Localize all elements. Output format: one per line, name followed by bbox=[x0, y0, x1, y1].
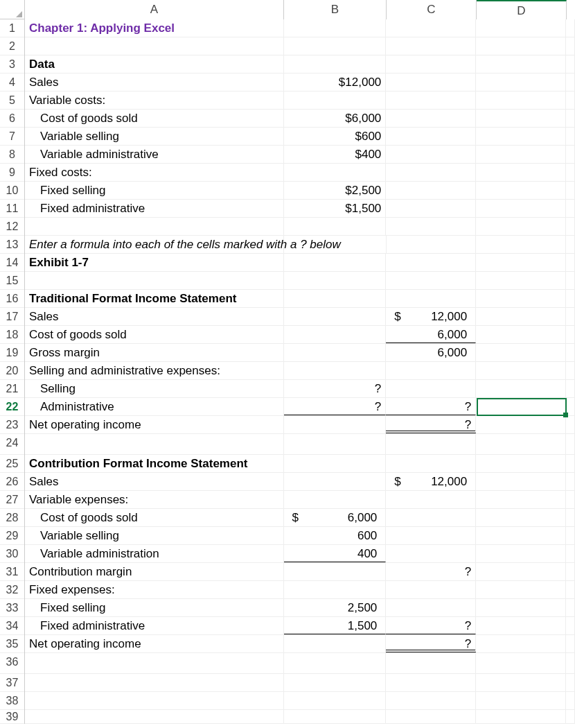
cell-D34[interactable] bbox=[476, 617, 566, 634]
row-header[interactable]: 2 bbox=[0, 37, 24, 55]
cell-E8[interactable] bbox=[566, 146, 575, 163]
cell-A5[interactable]: Variable costs: bbox=[25, 92, 284, 109]
row-header[interactable]: 33 bbox=[0, 599, 24, 617]
cell-D14[interactable] bbox=[476, 254, 566, 271]
row-header[interactable]: 23 bbox=[0, 416, 24, 434]
cell-A19[interactable]: Gross margin bbox=[25, 344, 284, 361]
cell-C32[interactable] bbox=[386, 581, 476, 598]
cell-E14[interactable] bbox=[566, 254, 575, 271]
cell-A17[interactable]: Sales bbox=[25, 308, 284, 325]
cell-E2[interactable] bbox=[566, 37, 575, 55]
row-header[interactable]: 36 bbox=[0, 653, 24, 674]
cell-B22[interactable]: ? bbox=[284, 398, 387, 415]
row-header[interactable]: 37 bbox=[0, 674, 24, 692]
cell-C5[interactable] bbox=[386, 92, 476, 109]
row-header[interactable]: 26 bbox=[0, 473, 24, 491]
cell-E17[interactable] bbox=[566, 308, 575, 325]
cell-B15[interactable] bbox=[284, 272, 387, 289]
cell-C6[interactable] bbox=[386, 110, 476, 127]
cell-A31[interactable]: Contribution margin bbox=[25, 563, 284, 580]
cell-D21[interactable] bbox=[476, 380, 566, 397]
cell-C22[interactable]: ? bbox=[386, 398, 476, 415]
row-header[interactable]: 24 bbox=[0, 434, 24, 455]
row-header[interactable]: 18 bbox=[0, 326, 24, 344]
cell-A23[interactable]: Net operating income bbox=[25, 416, 284, 433]
cell-E11[interactable] bbox=[566, 200, 575, 217]
cell-E12[interactable] bbox=[566, 218, 575, 235]
cell-C30[interactable] bbox=[386, 545, 476, 562]
cell-D15[interactable] bbox=[476, 272, 566, 289]
cell-B8[interactable]: $400 bbox=[284, 146, 387, 163]
cell-B19[interactable] bbox=[284, 344, 387, 361]
cell-C13[interactable] bbox=[387, 236, 477, 253]
row-header[interactable]: 10 bbox=[0, 182, 24, 200]
cell-B3[interactable] bbox=[284, 55, 387, 73]
cell-A8[interactable]: Variable administrative bbox=[25, 146, 284, 163]
cell-C3[interactable] bbox=[386, 55, 476, 73]
cell-B10[interactable]: $2,500 bbox=[284, 182, 387, 199]
cell-A2[interactable] bbox=[25, 37, 284, 55]
row-header[interactable]: 11 bbox=[0, 200, 24, 218]
cell-B16[interactable] bbox=[284, 290, 387, 307]
cell-A33[interactable]: Fixed selling bbox=[25, 599, 284, 616]
cell-D27[interactable] bbox=[476, 491, 566, 508]
cell-C20[interactable] bbox=[386, 362, 476, 379]
row-header[interactable]: 8 bbox=[0, 146, 24, 164]
cell-E13[interactable] bbox=[566, 236, 575, 253]
cell-E7[interactable] bbox=[566, 128, 575, 145]
cell-C15[interactable] bbox=[386, 272, 476, 289]
cell-A30[interactable]: Variable administration bbox=[25, 545, 284, 562]
cell-B17[interactable] bbox=[284, 308, 387, 325]
row-header[interactable]: 27 bbox=[0, 491, 24, 509]
cell-A7[interactable]: Variable selling bbox=[25, 128, 284, 145]
row-header[interactable]: 22 bbox=[0, 398, 24, 416]
cell-E25[interactable] bbox=[566, 455, 575, 472]
cell-B32[interactable] bbox=[284, 581, 387, 598]
cell-E37[interactable] bbox=[566, 674, 575, 691]
row-header[interactable]: 9 bbox=[0, 164, 24, 182]
cell-A22[interactable]: Administrative bbox=[25, 398, 284, 415]
cell-B18[interactable] bbox=[284, 326, 387, 343]
cell-D5[interactable] bbox=[476, 92, 566, 109]
cell-E4[interactable] bbox=[566, 73, 575, 91]
cell-E28[interactable] bbox=[566, 509, 575, 526]
cell-B4[interactable]: $12,000 bbox=[284, 73, 387, 91]
cell-D26[interactable] bbox=[476, 473, 566, 490]
cell-E39[interactable] bbox=[566, 710, 575, 723]
cell-B21[interactable]: ? bbox=[284, 380, 387, 397]
cell-C10[interactable] bbox=[386, 182, 476, 199]
cell-D24[interactable] bbox=[476, 434, 566, 454]
cell-B33[interactable]: 2,500 bbox=[284, 599, 387, 616]
row-header[interactable]: 3 bbox=[0, 55, 24, 73]
cell-B39[interactable] bbox=[284, 710, 387, 723]
cell-A4[interactable]: Sales bbox=[25, 73, 284, 91]
cell-B14[interactable] bbox=[284, 254, 387, 271]
cell-B27[interactable] bbox=[284, 491, 387, 508]
cell-A10[interactable]: Fixed selling bbox=[25, 182, 284, 199]
cell-E32[interactable] bbox=[566, 581, 575, 598]
cell-B23[interactable] bbox=[284, 416, 387, 433]
row-header[interactable]: 15 bbox=[0, 272, 24, 290]
cell-E30[interactable] bbox=[566, 545, 575, 562]
row-header[interactable]: 38 bbox=[0, 692, 24, 710]
cell-D32[interactable] bbox=[476, 581, 566, 598]
cell-A37[interactable] bbox=[25, 674, 284, 691]
cell-E22[interactable] bbox=[566, 398, 575, 415]
spreadsheet[interactable]: A B C D 1 2 3 4 5 6 7 8 9 10 11 12 13 14… bbox=[0, 0, 575, 728]
cell-A11[interactable]: Fixed administrative bbox=[25, 200, 284, 217]
cell-D8[interactable] bbox=[476, 146, 566, 163]
row-header[interactable]: 32 bbox=[0, 581, 24, 599]
cell-A16[interactable]: Traditional Format Income Statement bbox=[25, 290, 284, 307]
cell-A12[interactable] bbox=[25, 218, 284, 235]
cell-E35[interactable] bbox=[566, 635, 575, 652]
cell-B6[interactable]: $6,000 bbox=[284, 110, 387, 127]
cell-B9[interactable] bbox=[284, 164, 387, 181]
cell-E29[interactable] bbox=[566, 527, 575, 544]
row-header[interactable]: 7 bbox=[0, 128, 24, 146]
cell-E5[interactable] bbox=[566, 92, 575, 109]
cell-D38[interactable] bbox=[476, 692, 566, 709]
cell-B38[interactable] bbox=[284, 692, 387, 709]
cell-A20[interactable]: Selling and administrative expenses: bbox=[25, 362, 284, 379]
cell-C18[interactable]: 6,000 bbox=[386, 326, 476, 343]
cell-D10[interactable] bbox=[476, 182, 566, 199]
